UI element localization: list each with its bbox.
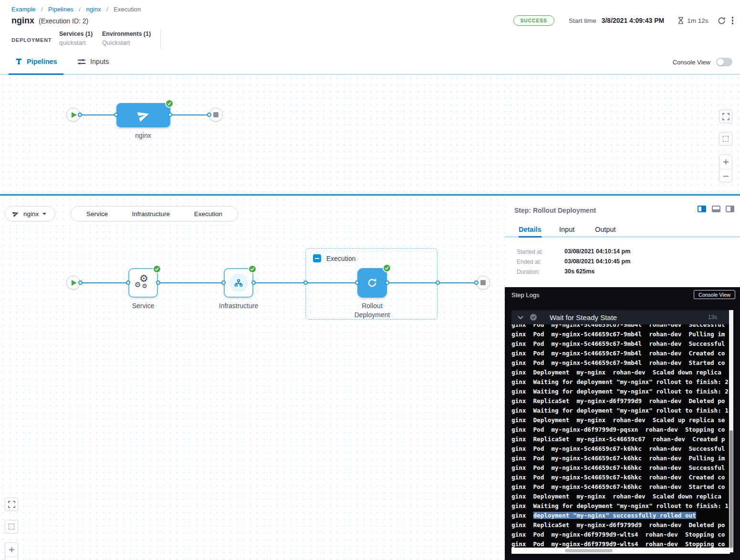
environments-value[interactable]: Quickstart (102, 39, 151, 46)
step-node-label: Infrastructure (203, 301, 274, 311)
log-line: ginx Pod my-nginx-d6f9799d9-pqsxn rohan-… (511, 425, 730, 435)
log-line: ginx Pod my-nginx-5c46659c67-9mb4l rohan… (511, 339, 730, 349)
layout-split-right-icon[interactable] (698, 206, 706, 212)
field-value: 30s 625ms (564, 268, 594, 275)
stage-canvas-zoom-controls (5, 542, 18, 560)
phase-tab-service[interactable]: Service (86, 210, 108, 218)
log-line: ginx Pod my-nginx-5c46659c67-k6hkc rohan… (511, 482, 730, 492)
canvas-selection-button[interactable] (719, 132, 732, 145)
log-line: ginx Deployment my-nginx rohan-dev Scale… (511, 492, 730, 501)
services-value[interactable]: quickstart (59, 39, 93, 46)
breadcrumb-link-nginx[interactable]: nginx (86, 6, 101, 13)
step-logs-panel: Step Logs Console View Wait for Steady S… (505, 287, 740, 560)
connector-port (251, 280, 256, 285)
step-node-rollout-deployment[interactable] (357, 268, 387, 298)
console-view-label: Console View (673, 59, 710, 66)
stage-canvas-fullscreen-button[interactable] (5, 498, 18, 511)
pipeline-execution-page: Example / Pipelines / nginx / Execution … (0, 0, 740, 560)
log-line: ginx Waiting for deployment "my-nginx" r… (511, 387, 730, 396)
tab-details[interactable]: Details (519, 226, 542, 233)
log-vertical-scrollbar[interactable] (729, 310, 733, 552)
duration-value: 1m 12s (687, 17, 708, 24)
field-value: 03/08/2021 04:10:14 pm (564, 248, 630, 255)
stage-canvas[interactable]: nginx Service Infrastructure Execution (0, 196, 505, 560)
breadcrumb: Example / Pipelines / nginx / Execution (11, 5, 141, 13)
zoom-out-button[interactable] (5, 557, 18, 560)
log-line: ginx Waiting for deployment "my-nginx" r… (511, 377, 730, 387)
tab-inputs[interactable]: Inputs (77, 49, 109, 74)
play-icon (72, 112, 77, 118)
tab-pipelines[interactable]: Pipelines (15, 49, 57, 74)
execution-group-label: Execution (326, 255, 355, 262)
tab-output[interactable]: Output (595, 226, 616, 233)
connector-port (78, 113, 82, 117)
marquee-icon (723, 136, 729, 142)
start-time-value: 3/8/2021 4:09:43 PM (602, 17, 665, 24)
log-line: ginx Pod my-nginx-d6f9799d9-wlts4 rohan-… (511, 539, 730, 548)
zoom-in-button[interactable] (5, 543, 18, 557)
stage-node-nginx[interactable] (116, 103, 170, 127)
more-options-icon[interactable] (732, 16, 734, 26)
step-node-service[interactable]: ⚙ ⚙ ⚙ (128, 268, 158, 298)
layout-bottom-icon[interactable] (712, 206, 720, 212)
log-vertical-scrollbar-thumb[interactable] (730, 430, 733, 548)
stage-canvas-selection-button[interactable] (5, 520, 18, 533)
pipelines-icon (15, 58, 22, 65)
zoom-out-button[interactable] (719, 169, 732, 183)
zoom-in-button[interactable] (719, 155, 732, 169)
breadcrumb-separator: / (106, 6, 108, 13)
expand-icon (722, 113, 730, 120)
details-tab-active-underline (519, 236, 542, 238)
layout-right-icon[interactable] (726, 206, 734, 212)
log-line: ginx Deployment my-nginx rohan-dev Scale… (511, 415, 730, 425)
log-line: ginx Pod my-nginx-5c46659c67-k6hkc rohan… (511, 444, 730, 454)
toggle-knob (717, 59, 724, 65)
connector-port (114, 113, 118, 117)
deployment-label: DEPLOYMENT (11, 37, 52, 43)
log-line: ginx ReplicaSet my-nginx-d6f9799d9 rohan… (511, 396, 730, 406)
success-check-icon (153, 265, 161, 273)
chevron-down-icon (518, 316, 523, 319)
tab-input[interactable]: Input (559, 226, 574, 233)
play-icon (72, 280, 77, 286)
stop-icon (480, 280, 486, 285)
breadcrumb-link-example[interactable]: Example (11, 6, 36, 13)
stage-node-label: nginx (107, 131, 179, 140)
console-view-button[interactable]: Console View (694, 290, 735, 299)
connector-line (80, 282, 128, 283)
step-node-infrastructure[interactable] (224, 268, 253, 298)
phase-tab-execution[interactable]: Execution (194, 210, 222, 218)
success-check-icon (165, 99, 174, 108)
log-line: ginx Waiting for deployment "my-nginx" r… (511, 501, 730, 511)
breadcrumb-separator: / (79, 6, 81, 13)
status-badge: SUCCESS (513, 15, 554, 26)
step-panel-title: Step: Rollout Deployment (514, 207, 596, 214)
log-section-header[interactable]: Wait for Steady State 13s (511, 310, 733, 324)
step-logs-header: Step Logs Console View (505, 287, 740, 302)
chevron-down-icon (42, 213, 46, 215)
log-console[interactable]: ginx Pod my-nginx-5c46659c67-9mb4l rohan… (511, 324, 730, 548)
services-column: Services (1) quickstart (59, 31, 93, 46)
log-horizontal-scrollbar[interactable] (511, 548, 730, 554)
connector-line (158, 282, 224, 283)
environments-column: Environments (1) Quickstart (102, 31, 151, 46)
refresh-icon[interactable] (717, 16, 726, 25)
execution-meta: SUCCESS Start time 3/8/2021 4:09:43 PM 1… (513, 15, 733, 26)
pipeline-canvas[interactable]: nginx (0, 75, 740, 194)
canvas-fullscreen-button[interactable] (719, 110, 732, 123)
connector-port (156, 280, 160, 285)
log-horizontal-scrollbar-thumb[interactable] (565, 549, 613, 552)
step-logs-title: Step Logs (511, 291, 540, 299)
console-view-toggle[interactable] (716, 58, 732, 66)
service-gears-icon: ⚙ ⚙ ⚙ (135, 274, 152, 291)
phase-tab-infrastructure[interactable]: Infrastructure (132, 210, 170, 218)
log-line: ginx ReplicaSet my-nginx-d6f9799d9 rohan… (511, 520, 730, 530)
plus-icon (9, 547, 15, 553)
stage-selector[interactable]: nginx (5, 206, 55, 221)
plus-icon (723, 159, 729, 165)
breadcrumb-link-pipelines[interactable]: Pipelines (48, 6, 73, 13)
infrastructure-icon (229, 273, 248, 292)
tab-inputs-label: Inputs (90, 58, 109, 65)
collapse-group-button[interactable] (313, 254, 321, 262)
paper-plane-icon (135, 106, 153, 124)
